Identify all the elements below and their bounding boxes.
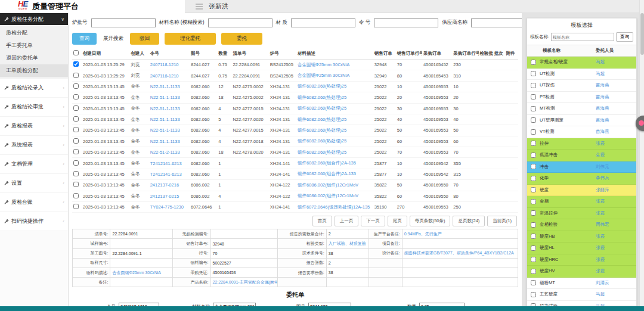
template-row[interactable]: MT检测苗海燕 <box>527 103 636 115</box>
template-person-link[interactable]: 苗海燕 <box>596 82 633 88</box>
vertical-scrollbar[interactable] <box>639 0 644 311</box>
template-person-link[interactable]: 金霞 <box>596 152 633 158</box>
pager-button[interactable]: 尾页 <box>388 216 407 226</box>
template-row[interactable]: 拉力试验马超 <box>527 301 636 307</box>
row-checkbox[interactable] <box>73 149 79 154</box>
table-link[interactable]: 锻件6082.060(热处理)25 <box>298 83 346 89</box>
table-link[interactable]: 锻件6072.0646(锻压热处理)12A-135 <box>298 204 370 210</box>
row-checkbox[interactable] <box>73 61 79 67</box>
row-checkbox[interactable] <box>73 116 79 122</box>
table-link[interactable]: 合金圆钢Φ25mm 30CrNiA <box>298 73 349 78</box>
template-row[interactable]: 常规金相/硬度马超 <box>527 57 636 69</box>
table-link[interactable]: T2412141-6213 <box>150 172 182 177</box>
sidebar-group[interactable]: 文档管理‹ <box>0 155 68 174</box>
template-row-checkbox[interactable] <box>531 141 536 146</box>
table-link[interactable]: T2412141-6213 <box>150 161 182 166</box>
template-person-link[interactable]: 马超 <box>596 291 633 297</box>
sidebar-group[interactable]: 设置‹ <box>0 174 68 193</box>
expand-search-button[interactable]: 展开搜索 <box>102 33 125 45</box>
template-row[interactable]: 硬度HL张霞 <box>527 242 636 254</box>
table-link[interactable]: 锻件6086.002(组件)12Cr1MoV <box>298 182 358 188</box>
pager-button[interactable]: 当前页(1) <box>487 216 517 226</box>
template-row[interactable]: UT壁厚测定苗海燕 <box>527 115 636 127</box>
reject-button[interactable]: 驳回 <box>130 33 159 45</box>
template-row-checkbox[interactable] <box>531 222 536 228</box>
row-checkbox[interactable] <box>73 182 79 187</box>
table-row[interactable]: 2025-01-03 13:13:45金冬N22-51-1-11336082.0… <box>72 92 518 103</box>
template-person-link[interactable]: 张霞 <box>596 198 633 204</box>
template-person-link[interactable]: 周伟宏 <box>596 222 633 228</box>
template-row[interactable]: 工艺硬度马超 <box>527 289 636 301</box>
row-checkbox[interactable] <box>73 73 79 78</box>
template-row-checkbox[interactable] <box>531 153 536 158</box>
commission-button[interactable]: 委托 <box>221 33 262 45</box>
table-row[interactable]: 2025-01-03 13:25:29刘竞2407118-12108244.02… <box>72 70 518 81</box>
hamburger-menu-icon[interactable] <box>196 2 203 11</box>
table-link[interactable]: N22-51-1-1133 <box>150 117 180 122</box>
sidebar-subitem[interactable]: 质检分配 <box>0 27 68 39</box>
filter-input[interactable] <box>208 18 273 27</box>
template-row[interactable]: 常温拉伸张霞 <box>527 208 636 220</box>
template-row-checkbox[interactable] <box>531 71 536 76</box>
sidebar-group[interactable]: 质检报表‹ <box>0 117 68 136</box>
template-person-link[interactable]: 张霞 <box>596 210 633 216</box>
table-row[interactable]: 2025-01-03 13:25:29刘竞2407118-12108244.02… <box>72 60 518 70</box>
table-link[interactable]: 锻件6082.060(组合件)2A-135 <box>298 171 356 176</box>
row-checkbox[interactable] <box>73 127 79 132</box>
pager-button[interactable]: 上一页 <box>335 216 359 226</box>
template-person-link[interactable]: 张霞 <box>596 257 633 263</box>
table-link[interactable]: 锻件6082.060(组合件)2A-135 <box>298 160 356 166</box>
table-link[interactable]: N22-51-1-1133 <box>150 84 180 89</box>
table-link[interactable]: 2412137-0215 <box>150 194 179 199</box>
template-person-link[interactable]: 张霞 <box>596 268 633 274</box>
template-row-checkbox[interactable] <box>531 117 536 123</box>
template-person-link[interactable]: 刘伟元 <box>596 164 633 170</box>
template-row[interactable]: UT检测马超 <box>527 69 636 80</box>
row-checkbox[interactable] <box>73 160 79 166</box>
row-checkbox[interactable] <box>73 94 79 99</box>
template-row-checkbox[interactable] <box>531 269 536 274</box>
lab-commission-button[interactable]: 理化委托 <box>165 33 216 45</box>
table-link[interactable]: N22-51-2-1133 <box>150 150 180 155</box>
sidebar-group[interactable]: 扫码快捷操作‹ <box>0 212 68 231</box>
template-row-checkbox[interactable] <box>531 60 536 65</box>
template-row[interactable]: 金相检验周伟宏 <box>527 219 636 231</box>
template-row[interactable]: 金相张霞 <box>527 196 636 208</box>
sidebar-group[interactable]: 质检结论审批‹ <box>0 98 68 117</box>
template-search-button[interactable]: 查询 <box>616 32 633 42</box>
template-row[interactable]: 拉伸张霞 <box>527 138 636 150</box>
table-link[interactable]: N22-51-1-1133 <box>150 95 180 100</box>
template-person-link[interactable]: 张霞 <box>596 234 633 240</box>
template-row[interactable]: VT检测苗海燕 <box>527 126 636 138</box>
template-person-link[interactable]: 张丽萍 <box>596 187 633 193</box>
table-row[interactable]: 2025-01-03 13:13:45金冬N22-51-1-11336082.0… <box>72 103 518 114</box>
template-person-link[interactable]: 张霞 <box>596 141 633 147</box>
table-link[interactable]: 2407118-1210 <box>150 62 179 67</box>
table-link[interactable]: 锻件6082.060(热处理)25 <box>298 117 346 122</box>
sidebar-group[interactable]: 质检台账‹ <box>0 193 68 212</box>
template-row-checkbox[interactable] <box>531 83 536 88</box>
scrollbar-thumb[interactable] <box>640 13 644 55</box>
filter-input[interactable] <box>291 18 355 27</box>
row-checkbox[interactable] <box>73 138 79 144</box>
table-link[interactable]: TY024-775-1230 <box>150 204 184 210</box>
template-row-checkbox[interactable] <box>531 94 536 99</box>
select-all-checkbox[interactable] <box>73 50 79 55</box>
template-row[interactable]: 冲击刘伟元 <box>527 161 636 173</box>
template-row-checkbox[interactable] <box>531 257 536 262</box>
row-checkbox[interactable] <box>73 83 79 89</box>
table-link[interactable]: N22-51-1-1133 <box>150 139 180 144</box>
template-row-checkbox[interactable] <box>531 210 536 216</box>
template-search-input[interactable] <box>551 33 614 41</box>
template-person-link[interactable]: 苗海燕 <box>596 129 633 135</box>
table-link[interactable]: N22-51-1-1133 <box>150 106 180 111</box>
template-row[interactable]: 硬度张丽萍 <box>527 185 636 197</box>
table-row[interactable]: 2025-01-03 13:13:45金冬N22-51-1-11336082.0… <box>72 136 518 147</box>
table-link[interactable]: 合金圆钢Φ25mm 30CrNiA <box>298 62 349 67</box>
sidebar-subitem[interactable]: 退回的委托单 <box>0 52 68 64</box>
template-row-checkbox[interactable] <box>531 129 536 135</box>
table-row[interactable]: 2025-01-03 13:13:45金冬T2412141-62136082.0… <box>72 169 518 179</box>
template-row[interactable]: UT探伤苗海燕 <box>527 80 636 92</box>
filter-input[interactable] <box>91 18 156 27</box>
template-row[interactable]: 低温冲击金霞 <box>527 150 636 161</box>
